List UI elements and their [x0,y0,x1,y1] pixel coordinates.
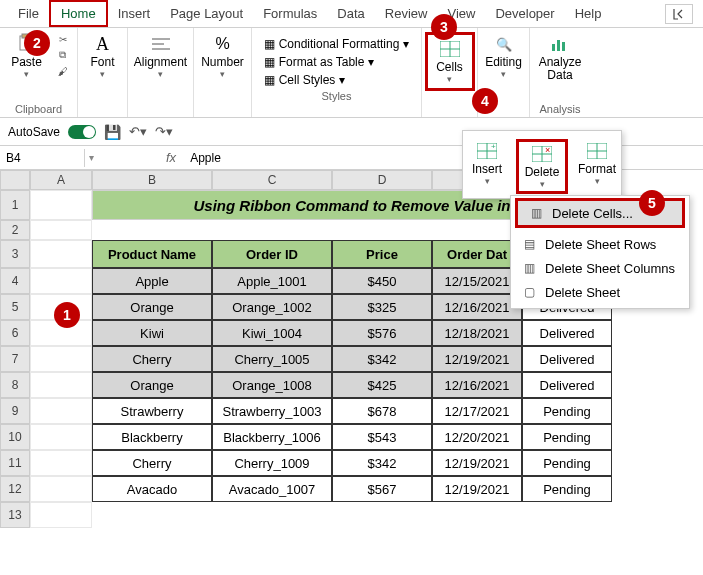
row-header-6[interactable]: 6 [0,320,30,346]
font-button[interactable]: A Font ▾ [83,32,123,81]
row-header-9[interactable]: 9 [0,398,30,424]
empty-cell[interactable] [30,240,92,268]
cell-order[interactable]: Kiwi_1004 [212,320,332,346]
empty-cell[interactable] [30,372,92,398]
empty-cell[interactable] [30,220,92,240]
cell-price[interactable]: $425 [332,372,432,398]
cell-date[interactable]: 12/17/2021 [432,398,522,424]
cell-status[interactable]: Pending [522,450,612,476]
cell-status[interactable]: Delivered [522,346,612,372]
cell-status[interactable]: Pending [522,424,612,450]
row-header-1[interactable]: 1 [0,190,30,220]
cell-order[interactable]: Cherry_1009 [212,450,332,476]
cell-styles-button[interactable]: ▦Cell Styles▾ [260,72,414,88]
conditional-formatting-button[interactable]: ▦Conditional Formatting▾ [260,36,414,52]
copy-icon[interactable]: ⧉ [55,48,71,62]
cell-date[interactable]: 12/15/2021 [432,268,522,294]
save-icon[interactable]: 💾 [104,124,121,140]
row-header-3[interactable]: 3 [0,240,30,268]
cell-order[interactable]: Cherry_1005 [212,346,332,372]
col-header-C[interactable]: C [212,170,332,190]
tab-insert[interactable]: Insert [108,2,161,25]
tab-data[interactable]: Data [327,2,374,25]
cell-date[interactable]: 12/19/2021 [432,450,522,476]
cell-order[interactable]: Strawberry_1003 [212,398,332,424]
cell-order[interactable]: Orange_1008 [212,372,332,398]
cell-price[interactable]: $325 [332,294,432,320]
namebox-chevron-icon[interactable]: ▾ [85,152,98,163]
tab-review[interactable]: Review [375,2,438,25]
format-cells-button[interactable]: Format▾ [574,139,620,194]
format-as-table-button[interactable]: ▦Format as Table▾ [260,54,414,70]
cell-price[interactable]: $450 [332,268,432,294]
cell-price[interactable]: $342 [332,450,432,476]
col-header-B[interactable]: B [92,170,212,190]
cell-product[interactable]: Orange [92,294,212,320]
cell-date[interactable]: 12/20/2021 [432,424,522,450]
analyze-data-button[interactable]: Analyze Data [535,32,586,84]
cell-price[interactable]: $342 [332,346,432,372]
cell-product[interactable]: Cherry [92,450,212,476]
col-header-A[interactable]: A [30,170,92,190]
cell-price[interactable]: $576 [332,320,432,346]
cell-order[interactable]: Blackberry_1006 [212,424,332,450]
redo-icon[interactable]: ↷▾ [155,124,173,139]
cell-status[interactable]: Pending [522,398,612,424]
cell-product[interactable]: Cherry [92,346,212,372]
row-header-7[interactable]: 7 [0,346,30,372]
alignment-button[interactable]: Alignment ▾ [130,32,191,81]
cell-date[interactable]: 12/16/2021 [432,294,522,320]
undo-icon[interactable]: ↶▾ [129,124,147,139]
autosave-toggle[interactable] [68,125,96,139]
cell-date[interactable]: 12/19/2021 [432,346,522,372]
empty-cell[interactable] [30,502,92,528]
menu-delete-rows[interactable]: ▤ Delete Sheet Rows [511,232,689,256]
insert-cells-button[interactable]: + Insert▾ [464,139,510,194]
fx-icon[interactable]: fx [158,150,184,165]
cell-price[interactable]: $567 [332,476,432,502]
cell-product[interactable]: Strawberry [92,398,212,424]
number-button[interactable]: % Number ▾ [197,32,248,81]
formula-input[interactable] [184,149,703,167]
cell-order[interactable]: Apple_1001 [212,268,332,294]
row-header-10[interactable]: 10 [0,424,30,450]
select-all-corner[interactable] [0,170,30,190]
empty-cell[interactable] [30,190,92,220]
cell-product[interactable]: Kiwi [92,320,212,346]
row-header-4[interactable]: 4 [0,268,30,294]
empty-cell[interactable] [30,424,92,450]
cell-status[interactable]: Delivered [522,320,612,346]
row-header-13[interactable]: 13 [0,502,30,528]
menu-delete-sheet[interactable]: ▢ Delete Sheet [511,280,689,304]
cell-status[interactable]: Delivered [522,372,612,398]
cell-price[interactable]: $678 [332,398,432,424]
row-header-11[interactable]: 11 [0,450,30,476]
tab-page-layout[interactable]: Page Layout [160,2,253,25]
tab-file[interactable]: File [8,2,49,25]
empty-cell[interactable] [30,268,92,294]
empty-cell[interactable] [30,346,92,372]
row-header-8[interactable]: 8 [0,372,30,398]
tab-formulas[interactable]: Formulas [253,2,327,25]
cells-button[interactable]: Cells ▾ [430,37,470,86]
cell-price[interactable]: $543 [332,424,432,450]
cell-product[interactable]: Avacado [92,476,212,502]
cell-date[interactable]: 12/18/2021 [432,320,522,346]
cell-date[interactable]: 12/19/2021 [432,476,522,502]
cell-date[interactable]: 12/16/2021 [432,372,522,398]
cell-order[interactable]: Avacado_1007 [212,476,332,502]
empty-cell[interactable] [30,450,92,476]
name-box[interactable]: B4 [0,149,85,167]
cell-product[interactable]: Apple [92,268,212,294]
cell-status[interactable]: Pending [522,476,612,502]
row-header-5[interactable]: 5 [0,294,30,320]
format-painter-icon[interactable]: 🖌 [55,64,71,78]
tab-developer[interactable]: Developer [485,2,564,25]
tab-help[interactable]: Help [565,2,612,25]
delete-cells-button[interactable]: × Delete▾ [519,142,565,191]
row-header-12[interactable]: 12 [0,476,30,502]
share-icon[interactable] [665,4,693,24]
editing-button[interactable]: 🔍 Editing ▾ [481,32,526,81]
cell-product[interactable]: Blackberry [92,424,212,450]
menu-delete-cols[interactable]: ▥ Delete Sheet Columns [511,256,689,280]
